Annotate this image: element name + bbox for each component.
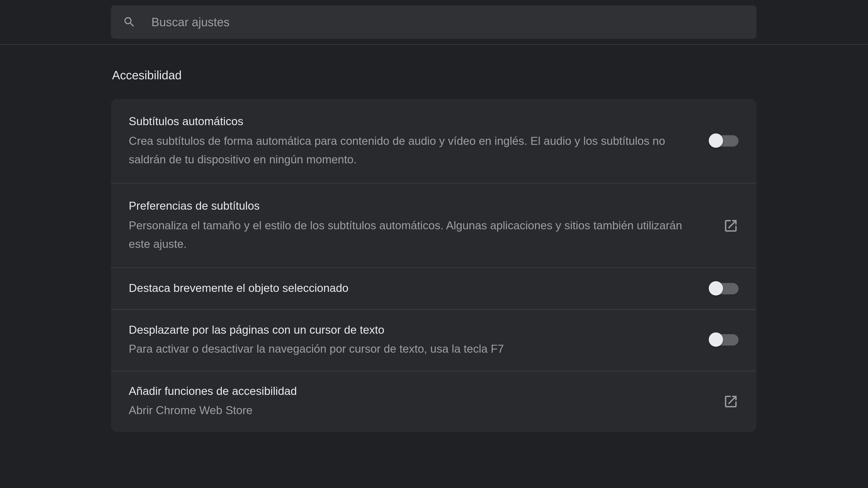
row-text: Preferencias de subtítulos Personaliza e… (129, 198, 723, 254)
focus-highlight-toggle[interactable] (710, 283, 739, 294)
row-caret-browsing: Desplazarte por las páginas con un curso… (111, 310, 756, 371)
toggle-knob (709, 281, 723, 295)
row-text: Subtítulos automáticos Crea subtítulos d… (129, 113, 710, 169)
external-link-icon (723, 218, 739, 234)
caret-browsing-toggle[interactable] (710, 334, 739, 346)
row-caption-preferences[interactable]: Preferencias de subtítulos Personaliza e… (111, 184, 756, 268)
toggle-knob (709, 332, 723, 347)
row-text: Destaca brevemente el objeto seleccionad… (129, 280, 710, 297)
row-title: Preferencias de subtítulos (129, 198, 705, 215)
row-live-caption: Subtítulos automáticos Crea subtítulos d… (111, 99, 756, 184)
row-control (723, 218, 739, 234)
row-description: Abrir Chrome Web Store (129, 401, 705, 420)
row-add-accessibility-features[interactable]: Añadir funciones de accesibilidad Abrir … (111, 371, 756, 432)
row-text: Añadir funciones de accesibilidad Abrir … (129, 383, 723, 420)
row-control (710, 283, 739, 294)
row-title: Desplazarte por las páginas con un curso… (129, 322, 692, 339)
settings-card: Subtítulos automáticos Crea subtítulos d… (111, 99, 756, 432)
row-control (723, 394, 739, 409)
search-input[interactable] (151, 15, 745, 29)
row-control (710, 334, 739, 346)
row-focus-highlight: Destaca brevemente el objeto seleccionad… (111, 268, 756, 310)
live-caption-toggle[interactable] (710, 135, 739, 147)
search-icon (123, 15, 136, 29)
row-title: Subtítulos automáticos (129, 113, 692, 130)
section-title: Accesibilidad (111, 68, 756, 82)
row-description: Crea subtítulos de forma automática para… (129, 131, 692, 168)
main-content: Accesibilidad Subtítulos automáticos Cre… (0, 45, 868, 432)
row-control (710, 135, 739, 147)
row-title: Añadir funciones de accesibilidad (129, 383, 705, 400)
row-title: Destaca brevemente el objeto seleccionad… (129, 280, 692, 297)
row-text: Desplazarte por las páginas con un curso… (129, 322, 710, 359)
search-container[interactable] (111, 5, 756, 39)
header-bar (0, 0, 868, 45)
row-description: Personaliza el tamaño y el estilo de los… (129, 216, 705, 253)
row-description: Para activar o desactivar la navegación … (129, 340, 692, 359)
toggle-knob (709, 133, 723, 148)
external-link-icon (723, 394, 739, 409)
